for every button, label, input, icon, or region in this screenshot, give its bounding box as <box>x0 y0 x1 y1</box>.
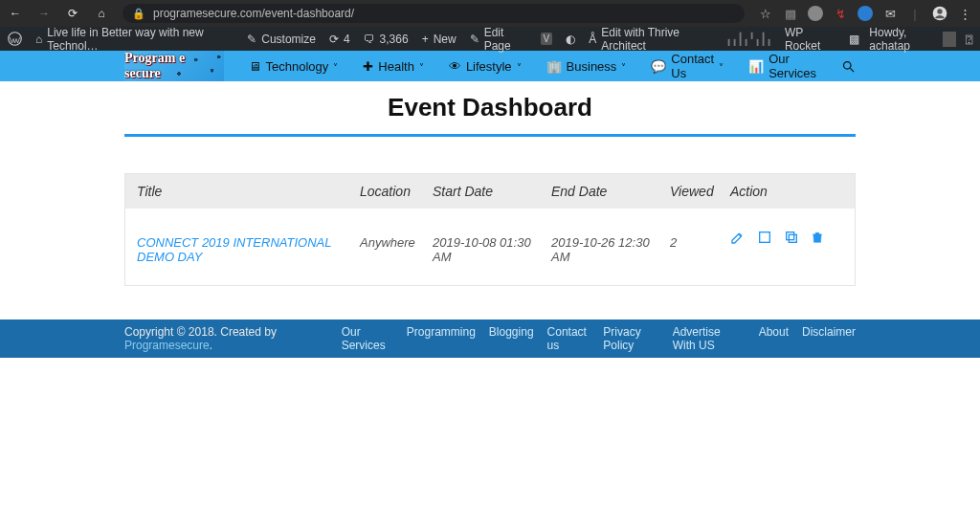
footer-link-privacy-policy[interactable]: Privacy Policy <box>603 325 658 352</box>
footer-links: Our Services Programming Blogging Contac… <box>342 325 856 352</box>
nav-technology[interactable]: 🖥 Technology <box>249 59 339 74</box>
home-icon[interactable]: ⌂ <box>94 7 109 20</box>
thrive-icon: Å <box>589 33 596 46</box>
svg-line-4 <box>850 68 854 72</box>
event-title-cell: CONNECT 2019 INTERNATIONAL DEMO DAY <box>137 235 360 264</box>
footer-copyright: Copyright © 2018. Created by Programesec… <box>124 325 342 352</box>
col-viewed: Viewed <box>670 184 730 199</box>
footer-link-our-services[interactable]: Our Services <box>342 325 393 352</box>
col-start: Start Date <box>433 184 551 199</box>
plus-medical-icon: ✚ <box>363 59 373 74</box>
vg-icon[interactable]: V <box>541 33 553 45</box>
svg-rect-6 <box>787 232 794 240</box>
comments-link[interactable]: 🗨 3,366 <box>364 33 409 46</box>
copy-icon[interactable] <box>784 230 799 245</box>
ext-icon-2[interactable] <box>808 6 823 21</box>
url-text: programesecure.com/event-dashboard/ <box>153 7 354 20</box>
title-underline <box>124 134 856 137</box>
edit-icon[interactable] <box>730 230 746 245</box>
table-row: CONNECT 2019 INTERNATIONAL DEMO DAY Anyw… <box>125 209 855 285</box>
eye-icon: 👁 <box>449 59 461 74</box>
site-footer: Copyright © 2018. Created by Programesec… <box>0 320 980 358</box>
thrive-link[interactable]: Å Edit with Thrive Architect <box>589 26 712 53</box>
lock-icon: 🔒 <box>132 8 145 20</box>
skyline-icon[interactable]: ╻╻┃╻╹╻┃╻ <box>725 33 771 46</box>
search-icon[interactable] <box>841 59 856 74</box>
sep-icon: | <box>907 6 923 21</box>
comment-icon: 🗨 <box>364 33 375 46</box>
menu-icon[interactable]: ⋮ <box>957 6 972 21</box>
wp-admin-bar: ⌂ Live life in Better way with new Techn… <box>0 27 980 51</box>
pencil-icon: ✎ <box>470 33 479 46</box>
svg-point-1 <box>937 9 942 13</box>
brush-icon: ✎ <box>247 33 256 46</box>
event-location-cell: Anywhere <box>360 235 433 250</box>
chat-icon: 💬 <box>651 59 666 74</box>
footer-link-advertise[interactable]: Advertise With US <box>673 325 746 352</box>
edit-page-link[interactable]: ✎ Edit Page <box>470 26 527 53</box>
footer-link-disclaimer[interactable]: Disclaimer <box>802 325 856 352</box>
view-icon[interactable] <box>757 230 772 245</box>
col-title: Title <box>137 184 360 199</box>
footer-link-blogging[interactable]: Blogging <box>489 325 534 352</box>
event-viewed-cell: 2 <box>670 235 730 250</box>
footer-link-contact-us[interactable]: Contact us <box>547 325 590 352</box>
new-link[interactable]: + New <box>422 33 457 46</box>
star-icon[interactable]: ☆ <box>758 6 773 21</box>
footer-brand-link[interactable]: Programesecure <box>124 339 210 352</box>
browser-chrome: ← → ⟳ ⌂ 🔒 programesecure.com/event-dashb… <box>0 0 980 27</box>
back-icon[interactable]: ← <box>8 7 23 20</box>
footer-link-programming[interactable]: Programming <box>407 325 476 352</box>
col-location: Location <box>360 184 433 199</box>
wp-aux-icon[interactable]: ⍰ <box>966 33 972 46</box>
building-icon: 🏢 <box>546 59 562 74</box>
site-name-link[interactable]: ⌂ Live life in Better way with new Techn… <box>35 26 234 53</box>
ext-icon-1[interactable]: ▩ <box>783 6 798 21</box>
dot-1-icon[interactable]: ◐ <box>566 33 575 46</box>
event-actions-cell <box>730 230 864 245</box>
forward-icon[interactable]: → <box>36 7 52 20</box>
table-header-row: Title Location Start Date End Date Viewe… <box>125 174 855 209</box>
col-action: Action <box>730 184 864 199</box>
main-content: Event Dashboard Title Location Start Dat… <box>0 81 980 305</box>
svg-rect-5 <box>760 232 770 243</box>
ext-icon-4[interactable] <box>858 6 873 21</box>
customize-link[interactable]: ✎ Customize <box>247 33 316 46</box>
event-start-cell: 2019-10-08 01:30 AM <box>433 235 551 264</box>
svg-rect-7 <box>789 234 796 242</box>
howdy-link[interactable]: Howdy, achatap <box>869 26 956 53</box>
event-title-link[interactable]: CONNECT 2019 INTERNATIONAL DEMO DAY <box>137 235 331 264</box>
wp-logo-icon[interactable] <box>8 32 22 46</box>
plus-icon: + <box>422 33 429 46</box>
wp-rocket-link[interactable]: WP Rocket <box>785 26 835 53</box>
address-bar[interactable]: 🔒 programesecure.com/event-dashboard/ <box>122 4 745 23</box>
footer-link-about[interactable]: About <box>759 325 789 352</box>
site-nav: Program e secure 🖥 Technology ✚ Health 👁… <box>0 51 980 81</box>
nav-health[interactable]: ✚ Health <box>363 59 424 74</box>
nav-business[interactable]: 🏢 Business <box>546 59 627 74</box>
events-table: Title Location Start Date End Date Viewe… <box>124 173 856 286</box>
nav-our-services[interactable]: 📊 Our Services <box>748 52 816 80</box>
nav-lifestyle[interactable]: 👁 Lifestyle <box>449 59 522 74</box>
profile-icon[interactable] <box>932 6 947 21</box>
nav-contact-us[interactable]: 💬 Contact Us <box>651 52 724 80</box>
site-logo[interactable]: Program e secure <box>124 51 224 81</box>
ext-icon-3[interactable]: ↯ <box>833 6 848 21</box>
mail-icon[interactable]: ✉ <box>882 6 898 21</box>
updates-link[interactable]: ⟳ 4 <box>329 33 350 46</box>
updates-icon: ⟳ <box>329 33 339 46</box>
desktop-icon: 🖥 <box>249 59 261 74</box>
event-end-cell: 2019-10-26 12:30 AM <box>551 235 670 264</box>
page-title: Event Dashboard <box>124 93 856 122</box>
notif-icon[interactable]: ▩ <box>849 33 859 46</box>
home-small-icon: ⌂ <box>35 33 42 46</box>
chart-icon: 📊 <box>748 59 764 74</box>
svg-point-3 <box>844 61 852 69</box>
delete-icon[interactable] <box>811 230 824 245</box>
reload-icon[interactable]: ⟳ <box>65 7 80 20</box>
col-end: End Date <box>551 184 670 199</box>
avatar-icon <box>943 32 956 47</box>
